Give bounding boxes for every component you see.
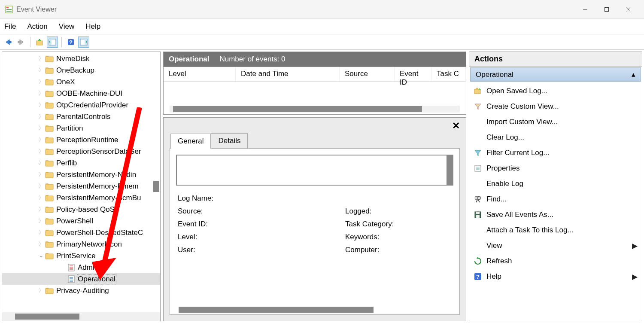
tree-item-label: Perflib [56, 159, 77, 168]
details-hscrollbar[interactable] [179, 307, 374, 313]
expander-icon[interactable]: 〉 [37, 101, 45, 109]
column-eventid[interactable]: Event ID [395, 67, 431, 81]
back-button[interactable] [3, 37, 14, 48]
svg-rect-2 [6, 9, 12, 10]
action-item[interactable]: Import Custom View... [469, 114, 642, 130]
field-source-label: Source: [178, 207, 345, 216]
tab-general[interactable]: General [170, 134, 211, 149]
expander-icon[interactable]: ⌄ [37, 253, 45, 259]
expander-icon[interactable]: 〉 [37, 194, 45, 201]
tree-item[interactable]: 〉NvmeDisk [2, 53, 160, 64]
tree-item[interactable]: 〉Policy-based QoS [2, 204, 160, 215]
expander-icon[interactable]: 〉 [37, 55, 45, 62]
tree-item-printservice[interactable]: ⌄PrintService [2, 250, 160, 262]
tree-item[interactable]: 〉PowerShell [2, 215, 160, 227]
details-field-grid: Log Name: Source: Logged: Event ID: Task… [176, 194, 453, 254]
maximize-button[interactable] [596, 2, 617, 17]
action-item[interactable]: View▶ [469, 238, 642, 253]
tree-item-operational[interactable]: Operational [2, 273, 160, 285]
action-item[interactable]: Refresh [469, 253, 642, 269]
details-close-icon[interactable]: ✕ [452, 120, 460, 131]
action-label: Create Custom View... [486, 102, 638, 111]
menu-view[interactable]: View [59, 22, 75, 31]
svg-rect-3 [6, 11, 12, 12]
forward-button[interactable] [15, 37, 27, 48]
action-item[interactable]: ?Help▶ [469, 269, 642, 284]
table-header-row: Level Date and Time Source Event ID Task… [164, 67, 466, 82]
expander-icon[interactable]: 〉 [37, 148, 45, 155]
tree-item[interactable]: 〉PerceptionSensorDataSer [2, 146, 160, 157]
svg-rect-26 [46, 103, 53, 108]
column-datetime[interactable]: Date and Time [236, 67, 340, 81]
event-table: Level Date and Time Source Event ID Task… [164, 67, 466, 114]
tree-item[interactable]: 〉OOBE-Machine-DUI [2, 88, 160, 99]
tree-item[interactable]: 〉OtpCredentialProvider [2, 99, 160, 111]
tree-item-label: PersistentMemory-ScmBu [56, 194, 141, 202]
expander-icon[interactable]: 〉 [37, 113, 45, 120]
expander-icon[interactable]: 〉 [37, 125, 45, 132]
tree-vscrollbar[interactable] [153, 181, 159, 192]
event-table-hscrollbar[interactable] [170, 106, 460, 113]
help-button[interactable]: ? [65, 37, 76, 48]
tree-item[interactable]: 〉Perflib [2, 157, 160, 169]
log-tree[interactable]: 〉NvmeDisk〉OneBackup〉OneX〉OOBE-Machine-DU… [2, 52, 160, 312]
column-taskcategory[interactable]: Task C [431, 67, 466, 81]
help-icon: ? [474, 272, 482, 281]
expander-icon[interactable]: 〉 [37, 183, 45, 190]
expander-icon[interactable]: 〉 [37, 229, 45, 236]
tree-item[interactable]: 〉PerceptionRuntime [2, 134, 160, 146]
action-label: Properties [486, 164, 638, 173]
menu-file[interactable]: File [4, 22, 16, 31]
field-logname-label: Log Name: [178, 194, 345, 203]
tree-item-label: OneX [56, 78, 75, 86]
tree-item[interactable]: 〉OneX [2, 76, 160, 88]
tab-details[interactable]: Details [211, 133, 248, 148]
show-actions-button[interactable] [78, 37, 89, 48]
svg-rect-1 [6, 7, 9, 8]
menu-action[interactable]: Action [27, 22, 47, 31]
tree-item[interactable]: 〉Privacy-Auditing [2, 285, 160, 296]
tree-item[interactable]: 〉PersistentMemory-ScmBu [2, 192, 160, 204]
column-source[interactable]: Source [340, 67, 395, 81]
action-item[interactable]: Properties [469, 161, 642, 176]
expander-icon[interactable]: 〉 [37, 159, 45, 167]
tree-item[interactable]: 〉OneBackup [2, 64, 160, 76]
tree-hscrollbar[interactable] [2, 312, 160, 321]
actions-section-header[interactable]: Operational ▴ [470, 67, 641, 82]
expander-icon[interactable]: 〉 [37, 90, 45, 97]
tree-item[interactable]: 〉Partition [2, 122, 160, 134]
action-item[interactable]: Clear Log... [469, 130, 642, 145]
action-item[interactable]: Filter Current Log... [469, 145, 642, 161]
expander-icon[interactable]: 〉 [37, 241, 45, 248]
expander-icon[interactable]: 〉 [37, 136, 45, 143]
expander-icon[interactable]: 〉 [37, 287, 45, 294]
close-button[interactable] [617, 2, 639, 17]
actions-list: Open Saved Log...Create Custom View...Im… [469, 82, 642, 285]
event-list-pane: Operational Number of events: 0 Level Da… [163, 52, 466, 115]
tree-item[interactable]: 〉PersistentMemory-Pmem [2, 180, 160, 192]
expander-icon[interactable]: 〉 [37, 217, 45, 225]
tree-item[interactable]: 〉PowerShell-DesiredStateC [2, 227, 160, 238]
tree-item-admin[interactable]: Admin [2, 262, 160, 273]
action-item[interactable]: Enable Log [469, 176, 642, 192]
up-button[interactable] [34, 37, 45, 48]
minimize-button[interactable] [574, 2, 596, 17]
expander-icon[interactable]: 〉 [37, 78, 45, 85]
action-item[interactable]: Find... [469, 192, 642, 207]
show-tree-button[interactable] [47, 37, 58, 48]
event-list-header: Operational Number of events: 0 [164, 52, 466, 67]
tree-item[interactable]: 〉ParentalControls [2, 111, 160, 122]
expander-icon[interactable]: 〉 [37, 171, 45, 178]
action-item[interactable]: Open Saved Log... [469, 83, 642, 99]
expander-icon[interactable]: 〉 [37, 67, 45, 74]
menu-help[interactable]: Help [85, 22, 100, 31]
action-item[interactable]: Save All Events As... [469, 207, 642, 222]
tree-item[interactable]: 〉PersistentMemory-Nvdin [2, 169, 160, 180]
action-item[interactable]: Create Custom View... [469, 99, 642, 114]
tree-item[interactable]: 〉PrimaryNetworkIcon [2, 238, 160, 250]
column-level[interactable]: Level [164, 67, 236, 81]
chevron-right-icon: ▶ [632, 272, 638, 281]
message-vscrollbar[interactable] [447, 155, 453, 185]
expander-icon[interactable]: 〉 [37, 206, 45, 213]
action-item[interactable]: Attach a Task To this Log... [469, 222, 642, 238]
